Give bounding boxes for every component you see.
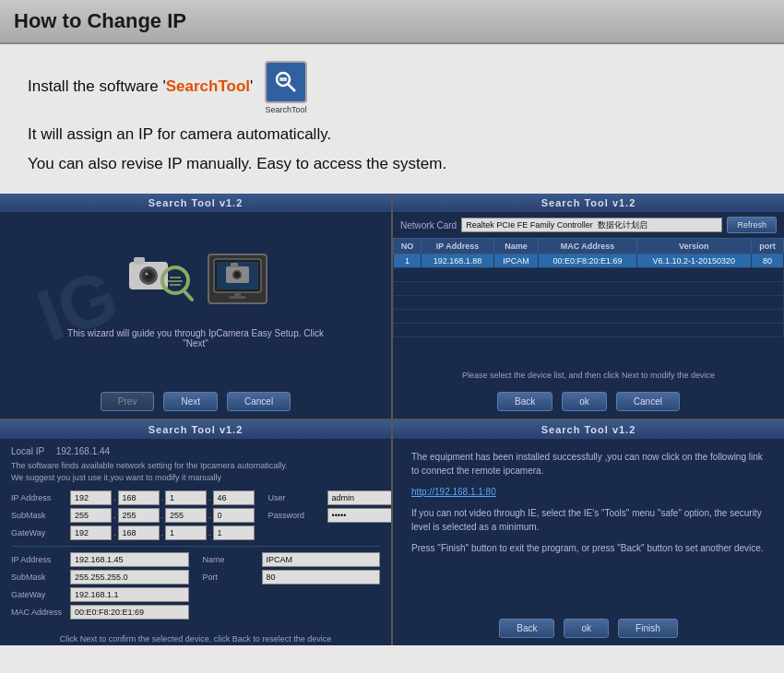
panel2-cancel-button[interactable]: Cancel	[616, 392, 680, 411]
ip2-label: IP Address	[11, 555, 66, 564]
table-row[interactable]	[394, 282, 784, 296]
mac-input[interactable]	[70, 605, 189, 620]
panels-grid: Search Tool v1.2 IG	[0, 194, 784, 645]
panel1-next-button[interactable]: Next	[163, 392, 218, 411]
panel-config: Search Tool v1.2 Local IP 192.168.1.44 T…	[0, 420, 391, 645]
ip-address-row: IP Address . . .	[11, 490, 255, 505]
table-row[interactable]	[394, 324, 784, 337]
gw-part3[interactable]	[165, 525, 207, 540]
ip2-row: IP Address	[11, 552, 189, 567]
searchtool-icon-img	[265, 61, 307, 103]
table-row[interactable]	[394, 268, 784, 282]
searchtool-name: SearchTool	[166, 77, 250, 95]
gw-part1[interactable]	[70, 525, 112, 540]
gateway-parts: . . .	[70, 525, 255, 540]
user-input[interactable]	[327, 490, 391, 505]
svg-line-1	[288, 84, 295, 91]
monitor-icon	[208, 254, 267, 304]
local-ip-label: Local IP	[11, 446, 44, 456]
panel2-buttons: Back ok Cancel	[393, 384, 784, 419]
submask2-row: SubMask	[11, 570, 189, 584]
submask-label: SubMask	[11, 511, 66, 520]
ip-parts: . . .	[70, 490, 255, 505]
panel4-finish-button[interactable]: Finish	[618, 619, 678, 638]
searchtool-label: SearchTool	[265, 105, 307, 114]
svg-rect-2	[279, 77, 287, 81]
gateway-row: GateWay . . .	[11, 525, 255, 540]
local-ip-value: 192.168.1.44	[56, 446, 110, 456]
intro-line2: It will assign an IP for camera automati…	[28, 125, 756, 144]
ip-part4[interactable]	[213, 490, 255, 505]
table-row[interactable]	[394, 310, 784, 324]
name-input[interactable]	[262, 552, 381, 567]
intro-line1: Install the software 'SearchTool' Search…	[28, 61, 756, 114]
network-card-label: Network Card	[400, 220, 457, 230]
panel4-ok-button[interactable]: ok	[564, 619, 609, 638]
svg-point-18	[234, 272, 240, 277]
submask2-input[interactable]	[70, 570, 189, 584]
panel2-ok-button[interactable]: ok	[562, 392, 607, 411]
network-card-select[interactable]	[461, 218, 722, 232]
password-input[interactable]	[327, 508, 391, 523]
svg-rect-19	[231, 263, 238, 267]
gw-part4[interactable]	[213, 525, 255, 540]
ip-part1[interactable]	[70, 490, 112, 505]
col-name: Name	[493, 239, 539, 254]
password-row: Password	[268, 508, 391, 523]
panel1-prev-button[interactable]: Prev	[101, 392, 155, 411]
user-label: User	[268, 493, 324, 502]
name-label: Name	[203, 555, 258, 564]
panel2-back-button[interactable]: Back	[497, 392, 552, 411]
panel2-title: Search Tool v1.2	[393, 194, 784, 212]
table-header-row: NO IP Address Name MAC Address Version p…	[394, 239, 784, 254]
success-link[interactable]: http://192.168.1.1:80	[411, 485, 766, 499]
col-port: port	[751, 239, 783, 254]
svg-rect-4	[134, 257, 145, 265]
finish-text: Press "Finish" button to exit the progra…	[411, 541, 766, 555]
panel3-title: Search Tool v1.2	[0, 420, 391, 439]
panel4-buttons: Back ok Finish	[393, 611, 784, 645]
searchtool-icon: SearchTool	[265, 61, 307, 114]
svg-line-10	[184, 290, 192, 300]
submask-part2[interactable]	[118, 508, 160, 523]
success-content: The equipment has been installed success…	[393, 439, 784, 611]
submask-parts: . . .	[70, 508, 255, 523]
submask-part4[interactable]	[213, 508, 255, 523]
camera-magnify-group	[125, 248, 194, 310]
col-mac: MAC Address	[539, 239, 636, 254]
local-ip-row: Local IP 192.168.1.44	[11, 446, 380, 456]
ie-text: If you can not video through IE, select …	[411, 506, 766, 534]
search-results-table: NO IP Address Name MAC Address Version p…	[393, 238, 784, 337]
gateway2-label: GateWay	[11, 590, 66, 599]
gw-part2[interactable]	[118, 525, 160, 540]
monitor-svg	[212, 257, 263, 301]
submask-part1[interactable]	[70, 508, 112, 523]
table-row[interactable]	[394, 296, 784, 310]
svg-rect-21	[229, 296, 246, 299]
submask-row: SubMask . . .	[11, 508, 255, 523]
panel1-cancel-button[interactable]: Cancel	[227, 392, 291, 411]
form-right: User Password	[268, 490, 391, 540]
intro-suffix: '	[250, 77, 253, 95]
gateway2-input[interactable]	[70, 587, 189, 602]
submask-part3[interactable]	[165, 508, 207, 523]
config-hint: The software finds available network set…	[11, 460, 380, 483]
panel-wizard: Search Tool v1.2 IG	[0, 194, 391, 419]
panel1-title: Search Tool v1.2	[0, 194, 391, 212]
ip2-input[interactable]	[70, 552, 189, 567]
user-row: User	[268, 490, 391, 505]
confirm-hint: Click Next to confirm the selected devic…	[0, 631, 391, 645]
panel4-back-button[interactable]: Back	[499, 619, 554, 638]
ip-part3[interactable]	[165, 490, 207, 505]
ip-label: IP Address	[11, 493, 66, 502]
refresh-button[interactable]: Refresh	[727, 217, 777, 233]
port-input[interactable]	[262, 570, 381, 584]
panel-search: Search Tool v1.2 Network Card Refresh NO…	[393, 194, 784, 419]
table-row[interactable]: 1 192.168.1.88 IPCAM 00:E0:F8:20:E1:69 V…	[394, 254, 784, 268]
mac-label: MAC Address	[11, 608, 66, 617]
panel-success: Search Tool v1.2 The equipment has been …	[393, 420, 784, 645]
ip-part2[interactable]	[118, 490, 160, 505]
config-content: Local IP 192.168.1.44 The software finds…	[0, 439, 391, 627]
page-title: How to Change IP	[14, 9, 186, 32]
wizard-text: This wizard will guide you through IpCam…	[67, 328, 324, 348]
